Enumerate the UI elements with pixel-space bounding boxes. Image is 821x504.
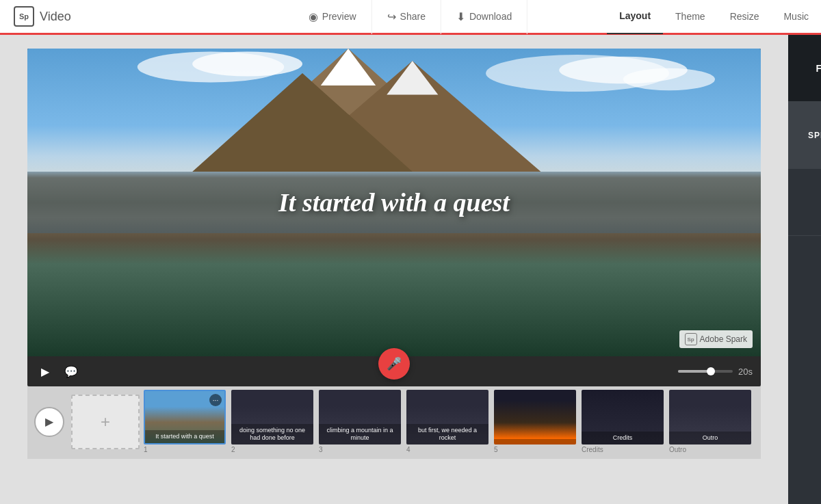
slide-num-1: 1	[142, 446, 148, 453]
layout-split-screen-row: SPLIT SCREEN	[788, 102, 821, 169]
slide-text-2: doing something no one had done before	[231, 424, 313, 445]
video-controls: ▶ 💬 🎤 20s	[27, 356, 761, 386]
editor-area: It started with a quest Sp Adobe Spark ▶…	[0, 35, 788, 504]
slide-text-1: It started with a quest	[145, 430, 224, 443]
layout-title-text-option[interactable]: TITLE AND TEXT	[788, 236, 821, 504]
tab-resize[interactable]: Resize	[718, 0, 772, 34]
slide-text-3: climbing a mountain in a minute	[319, 424, 401, 445]
slide-num-4: 4	[405, 446, 410, 453]
slide-3-wrapper: climbing a mountain in a minute 3	[317, 390, 402, 453]
download-button[interactable]: ⬇ Download	[441, 0, 527, 34]
slide-thumb-2[interactable]: doing something no one had done before	[231, 390, 313, 445]
video-overlay-text: It started with a quest	[278, 187, 510, 217]
slide-2-wrapper: doing something no one had done before 2	[230, 390, 315, 453]
slide-thumb-3[interactable]: climbing a mountain in a minute	[319, 390, 401, 445]
slide-thumb-1[interactable]: ··· It started with a quest	[144, 390, 226, 445]
download-icon: ⬇	[456, 10, 465, 23]
slide-4-wrapper: but first, we needed a rocket 4	[405, 390, 490, 453]
slide-text-credits: Credits	[582, 432, 664, 445]
eye-icon: ◉	[309, 10, 318, 23]
slide-thumb-4[interactable]: but first, we needed a rocket	[406, 390, 488, 445]
video-container: It started with a quest Sp Adobe Spark ▶…	[27, 49, 761, 384]
slide-text-outro: Outro	[669, 432, 751, 445]
app-title: Video	[40, 10, 71, 24]
duration-slider-thumb[interactable]	[707, 367, 715, 375]
duration-control: 20s	[678, 367, 753, 377]
add-slide-button[interactable]: +	[71, 395, 140, 449]
layout-split-option[interactable]: SPLIT	[788, 102, 821, 169]
slide-credits-wrapper: Credits Credits	[580, 390, 665, 453]
slide-5-wrapper: 5	[493, 390, 577, 453]
right-panel: FULLSCREEN SPLIT SCREEN CAPTION TITLE AN…	[788, 35, 821, 504]
layout-fullscreen-label: FULLSCREEN	[816, 63, 821, 74]
slide-num-outro: Outro	[668, 446, 686, 453]
nav-center: ◉ Preview ↪ Share ⬇ Download	[294, 0, 527, 34]
caption-control-button[interactable]: 💬	[62, 362, 81, 381]
nav-tabs: Layout Theme Resize Music	[607, 0, 821, 34]
slide-text-4: but first, we needed a rocket	[406, 424, 488, 445]
watermark: Sp Adobe Spark	[679, 330, 753, 348]
slide-text-5	[494, 439, 576, 445]
slide-outro-wrapper: Outro Outro	[668, 390, 753, 453]
duration-label: 20s	[738, 367, 753, 377]
layout-split-label: SPLIT	[808, 131, 821, 140]
tab-music[interactable]: Music	[771, 0, 821, 34]
share-icon: ↪	[387, 10, 396, 23]
layout-caption-option[interactable]: CAPTION	[788, 169, 821, 236]
duration-slider-fill	[678, 370, 708, 373]
slide-thumb-5[interactable]	[494, 390, 576, 445]
sp-logo: Sp	[14, 6, 34, 27]
play-control-button[interactable]: ▶	[36, 362, 55, 381]
svg-point-4	[623, 68, 715, 90]
slide-more-1[interactable]: ···	[209, 394, 222, 406]
share-button[interactable]: ↪ Share	[372, 0, 441, 34]
play-all-button[interactable]: ▶	[34, 407, 64, 437]
svg-point-1	[192, 52, 302, 77]
tab-theme[interactable]: Theme	[663, 0, 718, 34]
slide-num-5: 5	[493, 446, 498, 453]
main-area: It started with a quest Sp Adobe Spark ▶…	[0, 35, 821, 504]
thumbnail-strip: ▶ + ··· It started with a quest 1 doing …	[27, 384, 761, 459]
slide-1-wrapper: ··· It started with a quest 1	[142, 390, 227, 453]
slide-num-3: 3	[317, 446, 323, 453]
top-navigation: Sp Video ◉ Preview ↪ Share ⬇ Download La…	[0, 0, 821, 35]
slide-num-2: 2	[230, 446, 235, 453]
duration-slider[interactable]	[678, 370, 733, 373]
slide-thumb-outro[interactable]: Outro	[669, 390, 751, 445]
slide-thumb-credits[interactable]: Credits	[582, 390, 664, 445]
layout-fullscreen-option[interactable]: FULLSCREEN	[788, 35, 821, 102]
preview-button[interactable]: ◉ Preview	[294, 0, 372, 34]
slide-num-credits: Credits	[580, 446, 603, 453]
video-frame: It started with a quest Sp Adobe Spark	[27, 49, 761, 356]
record-mic-button[interactable]: 🎤	[378, 348, 410, 380]
sp-mini-logo: Sp	[685, 333, 697, 345]
tab-layout[interactable]: Layout	[607, 0, 663, 34]
